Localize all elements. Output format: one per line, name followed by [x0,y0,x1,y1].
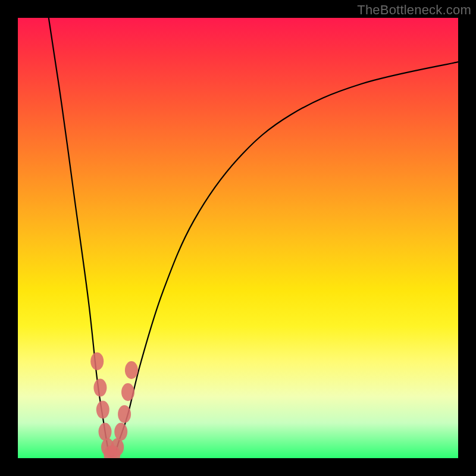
marker-point [93,379,107,397]
marker-point [90,352,104,370]
watermark-text: TheBottleneck.com [357,2,471,18]
marker-point [121,383,134,401]
bottleneck-curve [49,18,458,456]
chart-svg [18,18,458,458]
marker-point [99,423,112,441]
chart-frame: TheBottleneck.com [0,0,476,476]
plot-area [18,18,458,458]
marker-point [96,401,109,419]
marker-point [114,423,127,441]
marker-point [118,405,131,423]
marker-point [125,361,138,379]
marker-point [111,439,124,456]
